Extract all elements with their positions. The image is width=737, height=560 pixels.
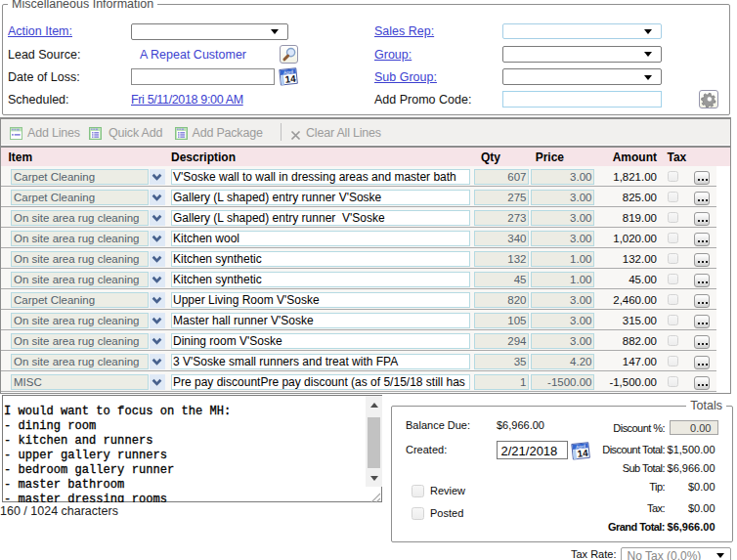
svg-text:14: 14	[284, 72, 297, 84]
